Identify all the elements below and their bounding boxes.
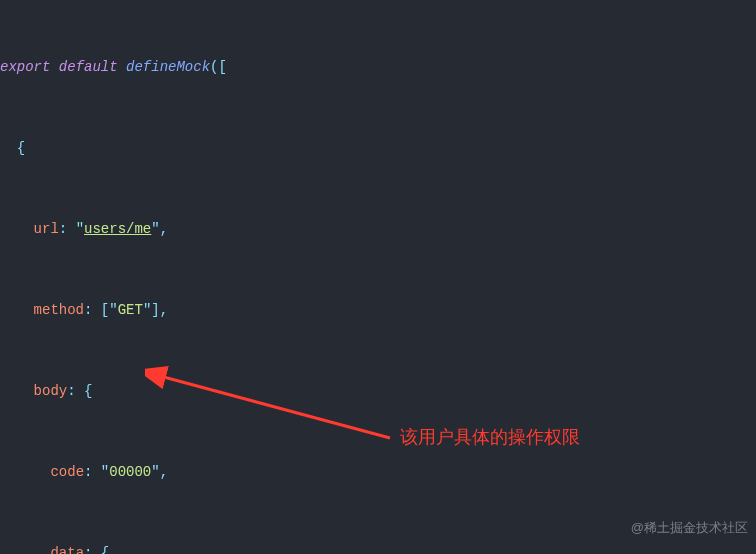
keyword-default: default: [59, 54, 118, 81]
val-url: users/me: [84, 216, 151, 243]
val-code: 00000: [109, 459, 151, 486]
brace: {: [17, 135, 25, 162]
val-method: GET: [118, 297, 143, 324]
code-line: body: {: [0, 378, 756, 405]
prop-method: method: [34, 297, 84, 324]
code-line: method: ["GET"],: [0, 297, 756, 324]
code-line: code: "00000",: [0, 459, 756, 486]
prop-url: url: [34, 216, 59, 243]
code-line: export default defineMock([: [0, 54, 756, 81]
code-line: {: [0, 135, 756, 162]
prop-body: body: [34, 378, 68, 405]
code-line: data: {: [0, 540, 756, 554]
watermark: @稀土掘金技术社区: [631, 515, 748, 540]
prop-data: data: [50, 540, 84, 554]
code-line: url: "users/me",: [0, 216, 756, 243]
punct: ([: [210, 54, 227, 81]
prop-code: code: [50, 459, 84, 486]
keyword-export: export: [0, 54, 50, 81]
annotation-text: 该用户具体的操作权限: [400, 420, 580, 455]
fn-defineMock: defineMock: [126, 54, 210, 81]
code-block: export default defineMock([ { url: "user…: [0, 0, 756, 554]
